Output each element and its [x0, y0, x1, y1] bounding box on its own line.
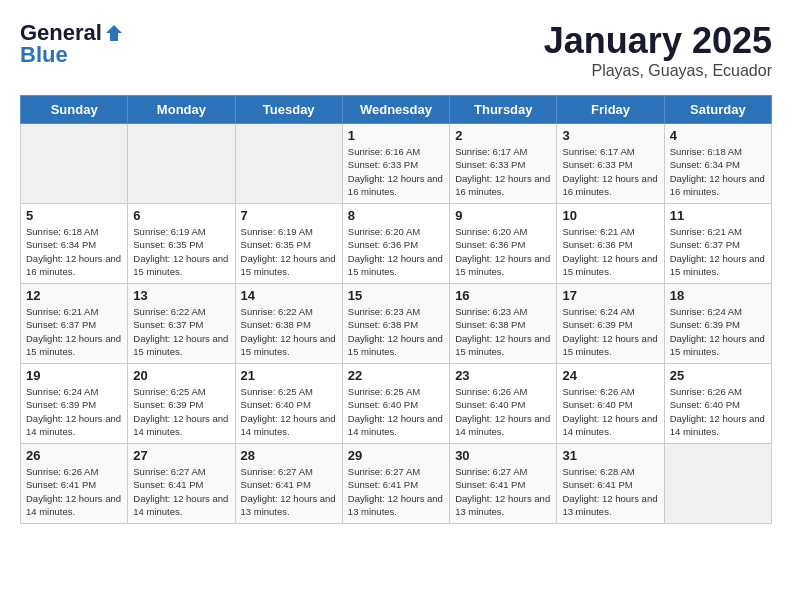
- day-info: Sunrise: 6:18 AM Sunset: 6:34 PM Dayligh…: [670, 145, 766, 198]
- col-header-monday: Monday: [128, 96, 235, 124]
- day-number: 21: [241, 368, 337, 383]
- day-number: 16: [455, 288, 551, 303]
- week-row-5: 26Sunrise: 6:26 AM Sunset: 6:41 PM Dayli…: [21, 444, 772, 524]
- calendar-cell: 30Sunrise: 6:27 AM Sunset: 6:41 PM Dayli…: [450, 444, 557, 524]
- day-info: Sunrise: 6:24 AM Sunset: 6:39 PM Dayligh…: [670, 305, 766, 358]
- title-block: January 2025 Playas, Guayas, Ecuador: [544, 20, 772, 80]
- day-info: Sunrise: 6:21 AM Sunset: 6:37 PM Dayligh…: [670, 225, 766, 278]
- calendar-cell: 16Sunrise: 6:23 AM Sunset: 6:38 PM Dayli…: [450, 284, 557, 364]
- day-info: Sunrise: 6:26 AM Sunset: 6:40 PM Dayligh…: [455, 385, 551, 438]
- day-info: Sunrise: 6:19 AM Sunset: 6:35 PM Dayligh…: [133, 225, 229, 278]
- day-info: Sunrise: 6:23 AM Sunset: 6:38 PM Dayligh…: [455, 305, 551, 358]
- calendar-cell: [21, 124, 128, 204]
- day-number: 27: [133, 448, 229, 463]
- logo-icon: [104, 23, 124, 43]
- day-number: 2: [455, 128, 551, 143]
- day-info: Sunrise: 6:22 AM Sunset: 6:37 PM Dayligh…: [133, 305, 229, 358]
- calendar-cell: 19Sunrise: 6:24 AM Sunset: 6:39 PM Dayli…: [21, 364, 128, 444]
- day-number: 20: [133, 368, 229, 383]
- week-row-4: 19Sunrise: 6:24 AM Sunset: 6:39 PM Dayli…: [21, 364, 772, 444]
- day-number: 24: [562, 368, 658, 383]
- col-header-thursday: Thursday: [450, 96, 557, 124]
- calendar-cell: 26Sunrise: 6:26 AM Sunset: 6:41 PM Dayli…: [21, 444, 128, 524]
- day-number: 12: [26, 288, 122, 303]
- day-info: Sunrise: 6:27 AM Sunset: 6:41 PM Dayligh…: [133, 465, 229, 518]
- day-info: Sunrise: 6:18 AM Sunset: 6:34 PM Dayligh…: [26, 225, 122, 278]
- day-number: 11: [670, 208, 766, 223]
- week-row-3: 12Sunrise: 6:21 AM Sunset: 6:37 PM Dayli…: [21, 284, 772, 364]
- day-info: Sunrise: 6:22 AM Sunset: 6:38 PM Dayligh…: [241, 305, 337, 358]
- day-info: Sunrise: 6:17 AM Sunset: 6:33 PM Dayligh…: [455, 145, 551, 198]
- page-header: General Blue January 2025 Playas, Guayas…: [20, 20, 772, 80]
- calendar-cell: 18Sunrise: 6:24 AM Sunset: 6:39 PM Dayli…: [664, 284, 771, 364]
- calendar-cell: 10Sunrise: 6:21 AM Sunset: 6:36 PM Dayli…: [557, 204, 664, 284]
- day-info: Sunrise: 6:21 AM Sunset: 6:36 PM Dayligh…: [562, 225, 658, 278]
- calendar-cell: 1Sunrise: 6:16 AM Sunset: 6:33 PM Daylig…: [342, 124, 449, 204]
- day-number: 9: [455, 208, 551, 223]
- day-info: Sunrise: 6:27 AM Sunset: 6:41 PM Dayligh…: [241, 465, 337, 518]
- calendar-cell: 5Sunrise: 6:18 AM Sunset: 6:34 PM Daylig…: [21, 204, 128, 284]
- day-number: 3: [562, 128, 658, 143]
- calendar-cell: 15Sunrise: 6:23 AM Sunset: 6:38 PM Dayli…: [342, 284, 449, 364]
- calendar-cell: 22Sunrise: 6:25 AM Sunset: 6:40 PM Dayli…: [342, 364, 449, 444]
- col-header-wednesday: Wednesday: [342, 96, 449, 124]
- day-info: Sunrise: 6:28 AM Sunset: 6:41 PM Dayligh…: [562, 465, 658, 518]
- day-number: 19: [26, 368, 122, 383]
- day-info: Sunrise: 6:27 AM Sunset: 6:41 PM Dayligh…: [455, 465, 551, 518]
- day-info: Sunrise: 6:26 AM Sunset: 6:41 PM Dayligh…: [26, 465, 122, 518]
- calendar-cell: 20Sunrise: 6:25 AM Sunset: 6:39 PM Dayli…: [128, 364, 235, 444]
- day-number: 17: [562, 288, 658, 303]
- header-row: SundayMondayTuesdayWednesdayThursdayFrid…: [21, 96, 772, 124]
- day-info: Sunrise: 6:20 AM Sunset: 6:36 PM Dayligh…: [455, 225, 551, 278]
- day-info: Sunrise: 6:26 AM Sunset: 6:40 PM Dayligh…: [670, 385, 766, 438]
- calendar-cell: 23Sunrise: 6:26 AM Sunset: 6:40 PM Dayli…: [450, 364, 557, 444]
- day-number: 25: [670, 368, 766, 383]
- calendar-cell: 13Sunrise: 6:22 AM Sunset: 6:37 PM Dayli…: [128, 284, 235, 364]
- calendar-cell: 28Sunrise: 6:27 AM Sunset: 6:41 PM Dayli…: [235, 444, 342, 524]
- logo: General Blue: [20, 20, 124, 68]
- month-title: January 2025: [544, 20, 772, 62]
- calendar-cell: 29Sunrise: 6:27 AM Sunset: 6:41 PM Dayli…: [342, 444, 449, 524]
- day-number: 29: [348, 448, 444, 463]
- day-info: Sunrise: 6:26 AM Sunset: 6:40 PM Dayligh…: [562, 385, 658, 438]
- calendar-cell: 21Sunrise: 6:25 AM Sunset: 6:40 PM Dayli…: [235, 364, 342, 444]
- day-number: 28: [241, 448, 337, 463]
- week-row-2: 5Sunrise: 6:18 AM Sunset: 6:34 PM Daylig…: [21, 204, 772, 284]
- day-number: 4: [670, 128, 766, 143]
- logo-blue: Blue: [20, 42, 68, 68]
- col-header-saturday: Saturday: [664, 96, 771, 124]
- day-info: Sunrise: 6:25 AM Sunset: 6:40 PM Dayligh…: [241, 385, 337, 438]
- day-info: Sunrise: 6:23 AM Sunset: 6:38 PM Dayligh…: [348, 305, 444, 358]
- day-info: Sunrise: 6:19 AM Sunset: 6:35 PM Dayligh…: [241, 225, 337, 278]
- day-info: Sunrise: 6:25 AM Sunset: 6:40 PM Dayligh…: [348, 385, 444, 438]
- day-info: Sunrise: 6:17 AM Sunset: 6:33 PM Dayligh…: [562, 145, 658, 198]
- calendar-cell: 8Sunrise: 6:20 AM Sunset: 6:36 PM Daylig…: [342, 204, 449, 284]
- calendar-cell: 25Sunrise: 6:26 AM Sunset: 6:40 PM Dayli…: [664, 364, 771, 444]
- col-header-friday: Friday: [557, 96, 664, 124]
- calendar-cell: [235, 124, 342, 204]
- day-number: 7: [241, 208, 337, 223]
- day-info: Sunrise: 6:20 AM Sunset: 6:36 PM Dayligh…: [348, 225, 444, 278]
- calendar-cell: 27Sunrise: 6:27 AM Sunset: 6:41 PM Dayli…: [128, 444, 235, 524]
- calendar-cell: [664, 444, 771, 524]
- calendar-cell: 3Sunrise: 6:17 AM Sunset: 6:33 PM Daylig…: [557, 124, 664, 204]
- day-number: 31: [562, 448, 658, 463]
- calendar-cell: 9Sunrise: 6:20 AM Sunset: 6:36 PM Daylig…: [450, 204, 557, 284]
- location-title: Playas, Guayas, Ecuador: [544, 62, 772, 80]
- day-info: Sunrise: 6:27 AM Sunset: 6:41 PM Dayligh…: [348, 465, 444, 518]
- calendar-cell: 14Sunrise: 6:22 AM Sunset: 6:38 PM Dayli…: [235, 284, 342, 364]
- day-number: 8: [348, 208, 444, 223]
- day-number: 14: [241, 288, 337, 303]
- calendar-cell: 24Sunrise: 6:26 AM Sunset: 6:40 PM Dayli…: [557, 364, 664, 444]
- svg-marker-0: [106, 25, 122, 41]
- day-info: Sunrise: 6:25 AM Sunset: 6:39 PM Dayligh…: [133, 385, 229, 438]
- day-number: 18: [670, 288, 766, 303]
- calendar-cell: 31Sunrise: 6:28 AM Sunset: 6:41 PM Dayli…: [557, 444, 664, 524]
- calendar-cell: 2Sunrise: 6:17 AM Sunset: 6:33 PM Daylig…: [450, 124, 557, 204]
- day-number: 26: [26, 448, 122, 463]
- col-header-tuesday: Tuesday: [235, 96, 342, 124]
- day-info: Sunrise: 6:24 AM Sunset: 6:39 PM Dayligh…: [26, 385, 122, 438]
- day-number: 6: [133, 208, 229, 223]
- day-number: 1: [348, 128, 444, 143]
- day-number: 15: [348, 288, 444, 303]
